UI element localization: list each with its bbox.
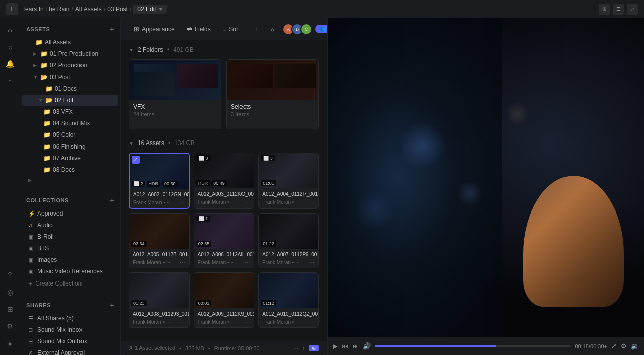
asset-3-more-button[interactable]: ··· — [309, 199, 315, 205]
create-collection-button[interactable]: + Create Collection — [22, 277, 118, 290]
shares-section-header: Shares + — [20, 298, 120, 312]
edit-crumb[interactable]: 02 Edit ▼ — [133, 5, 167, 14]
sidebar-item-all-assets[interactable]: 📁 All Assets — [22, 37, 118, 48]
asset-card-2[interactable]: ⬜ 3 HDR 00:49 A012_A003_0112KO_001.R3D_G… — [194, 153, 255, 209]
share-sound-mix-inbox[interactable]: ⊟ Sound Mix Inbox — [22, 324, 118, 335]
folder-grid: VFX 24 Items ··· Selects 3 It — [129, 59, 319, 129]
add-collection-button[interactable]: + — [110, 196, 114, 204]
asset-7-more-button[interactable]: ··· — [180, 319, 185, 325]
asset-8-more-button[interactable]: ··· — [245, 319, 250, 325]
sidebar-item-01-pre-production[interactable]: ▶ 📁 01 Pre Production — [22, 48, 118, 59]
search-icon[interactable]: ⌕ — [3, 39, 18, 54]
asset-card-1[interactable]: ✓ ⬜ 2 HDR 00:30 A012_A002_0112GN_001.R3D… — [129, 153, 190, 209]
fields-icon: ⇌ — [187, 25, 192, 33]
post-crumb[interactable]: 03 Post — [107, 6, 128, 13]
folder-selects[interactable]: Selects 3 Items ··· — [226, 59, 319, 129]
share-all-shares[interactable]: ☰ All Shares (5) — [22, 313, 118, 324]
video-preview[interactable] — [328, 18, 644, 337]
upload-icon[interactable]: ↑ — [3, 74, 18, 89]
asset-2-more-button[interactable]: ··· — [245, 199, 250, 205]
search-icon: ⌕ — [271, 26, 274, 33]
grid-view-icon[interactable]: ⊞ — [599, 4, 610, 15]
collection-broll[interactable]: ▣ B-Roll — [22, 231, 118, 242]
volume-button[interactable]: 🔊 — [363, 342, 371, 350]
asset-1-more-button[interactable]: ··· — [179, 200, 185, 205]
sidebar-item-07-archive[interactable]: 📁 07 Archive — [22, 153, 118, 164]
user-icon[interactable]: ◈ — [3, 336, 18, 351]
collection-images[interactable]: ▣ Images — [22, 254, 118, 265]
content-scroll: ▼ 2 Folders • 491 GB VFX 24 Items — [121, 40, 327, 341]
main-layout: ⌂ ⌕ 🔔 ↑ ? ◎ ⊞ ⚙ ◈ Assets + 📁 All Assets … — [0, 18, 644, 355]
add-asset-button[interactable]: + — [110, 25, 114, 33]
sidebar-item-05-color[interactable]: 📁 05 Color — [22, 129, 118, 140]
member-count-badge[interactable]: 👥 113 — [315, 25, 327, 33]
asset-card-8[interactable]: 00:01 A012_A009_0112K9_001.R3D_GRADED_v0… — [194, 272, 255, 328]
add-share-button[interactable]: + — [110, 301, 114, 309]
asset-card-3[interactable]: ⬜ 3 01:01 A012_A004_0112I7_001.R3D_GRADE… — [258, 153, 319, 209]
progress-bar[interactable] — [375, 345, 571, 347]
assets-collapse-icon[interactable]: ▼ — [129, 140, 134, 146]
fields-button[interactable]: ⇌ Fields — [182, 23, 216, 35]
all-assets-crumb[interactable]: All Assets — [75, 6, 102, 13]
collection-approved[interactable]: ⚡ Approved — [22, 208, 118, 219]
sidebar-item-02-production[interactable]: ▶ 📁 02 Production — [22, 60, 118, 71]
asset-5-more-button[interactable]: ··· — [245, 260, 250, 265]
asset-card-5[interactable]: ⬜ 1 02:55 A012_A006_0112AL_001.R3D_GRADE… — [194, 213, 255, 268]
asset-card-9[interactable]: 01:12 A012_A010_0112QZ_001.R3D_GRADED_v0… — [258, 272, 319, 328]
search-button[interactable]: ⌕ — [266, 24, 279, 35]
list-view-icon[interactable]: ☰ — [613, 4, 624, 15]
home-icon[interactable]: ⌂ — [3, 22, 18, 37]
avatar-3: C — [300, 23, 312, 35]
folder-vfx[interactable]: VFX 24 Items ··· — [129, 59, 221, 129]
collection-audio[interactable]: ♫ Audio — [22, 220, 118, 231]
topbar-icons: ⊞ ☰ ⤢ — [599, 4, 638, 15]
sidebar-item-06-finishing[interactable]: 📁 06 Finishing — [22, 141, 118, 152]
settings-video-button[interactable]: ⚙ — [621, 342, 627, 350]
icon-bar: ⌂ ⌕ 🔔 ↑ ? ◎ ⊞ ⚙ ◈ — [0, 18, 20, 355]
asset-card-7[interactable]: 01:23 A012_A008_011293_001.R3D_GRADED_v0… — [129, 272, 190, 328]
asset-9-more-button[interactable]: ··· — [309, 319, 315, 325]
vfx-more-button[interactable]: ··· — [210, 120, 217, 126]
asset-card-4[interactable]: 02:34 A012_A005_0112B_001.R3D_GRADED_v01… — [129, 213, 190, 268]
asset-card-6[interactable]: 01:22 A012_A007_0112P9_001.R3D_GRADED_v0… — [258, 213, 319, 268]
progress-fill — [375, 345, 496, 347]
activity-icon[interactable]: ◎ — [3, 285, 18, 300]
sidebar-item-03-vfx[interactable]: 📁 03 VFX — [22, 106, 118, 117]
sidebar-item-08-docs[interactable]: 📁 08 Docs — [22, 164, 118, 175]
sidebar-item-04-sound-mix[interactable]: 📁 04 Sound Mix — [22, 118, 118, 129]
share-sound-mix-outbox[interactable]: ⊟ Sound Mix Outbox — [22, 336, 118, 347]
assets-section-header: Assets + — [20, 22, 120, 36]
sidebar-item-03-post[interactable]: ▼ 📂 03 Post — [22, 72, 118, 83]
collection-bts[interactable]: ▣ BTS — [22, 243, 118, 254]
bell-icon[interactable]: 🔔 — [3, 56, 18, 72]
collection-music-video-refs[interactable]: ▣ Music Video References — [22, 266, 118, 277]
skip-forward-button[interactable]: ⏭ — [352, 342, 359, 350]
sidebar: Assets + 📁 All Assets ▶ 📁 01 Pre Product… — [20, 18, 121, 355]
video-controls: ▶ ⏮ ⏭ 🔊 00:18/00:30+ ⤢ ⚙ 🔉 — [328, 337, 644, 355]
selects-more-button[interactable]: ··· — [307, 120, 314, 126]
expand-icon[interactable]: ⤢ — [627, 4, 638, 15]
share-external-approval[interactable]: ✗ External Approval — [22, 347, 118, 355]
fullscreen-button[interactable]: ⤢ — [611, 342, 617, 350]
toolbar: ⊞ Appearance ⇌ Fields ≡ Sort + ⌕ A — [121, 18, 327, 40]
topbar: F Tears In The Rain / All Assets / 03 Po… — [0, 0, 644, 18]
settings-icon[interactable]: ⚙ — [3, 319, 18, 334]
add-button[interactable]: + — [249, 24, 263, 35]
grid-icon[interactable]: ⊞ — [3, 302, 18, 317]
add-status-button[interactable]: ⊕ — [309, 345, 319, 351]
skip-back-button[interactable]: ⏮ — [342, 342, 348, 350]
asset-4-more-button[interactable]: ··· — [180, 260, 185, 265]
selected-count: ✗ 1 Asset selected — [129, 345, 175, 351]
sidebar-item-01-docs[interactable]: 📁 01 Docs — [22, 83, 118, 94]
collapse-section[interactable]: ▶ — [22, 176, 118, 185]
asset-6-more-button[interactable]: ··· — [309, 260, 315, 265]
sort-button[interactable]: ≡ Sort — [218, 23, 246, 35]
right-panel: ▶ ⏮ ⏭ 🔊 00:18/00:30+ ⤢ ⚙ 🔉 — [327, 18, 644, 355]
folders-collapse-icon[interactable]: ▼ — [129, 47, 134, 53]
volume-right-button[interactable]: 🔉 — [631, 342, 639, 350]
project-name[interactable]: Tears In The Rain — [22, 6, 70, 13]
appearance-button[interactable]: ⊞ Appearance — [129, 23, 180, 35]
play-button[interactable]: ▶ — [333, 342, 338, 350]
help-icon[interactable]: ? — [3, 267, 18, 282]
sidebar-item-02-edit[interactable]: ▼ 📂 02 Edit — [22, 95, 118, 106]
